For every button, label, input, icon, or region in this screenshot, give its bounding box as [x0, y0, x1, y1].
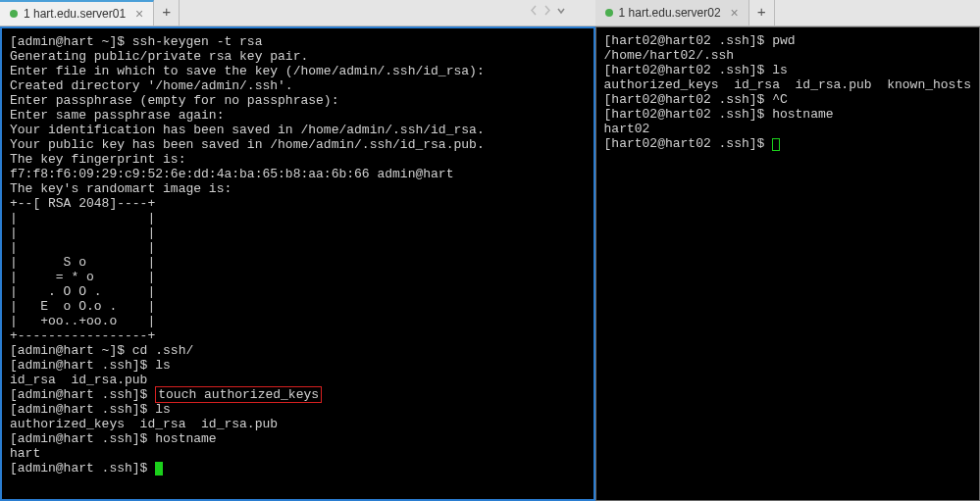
terminal-line: +-----------------+: [10, 328, 586, 343]
terminal-line: | = * o |: [10, 270, 586, 284]
highlighted-command: touch authorized_keys: [155, 386, 322, 403]
pane-server01: 1 hart.edu.server01 × + [admin@hart ~]$ …: [0, 0, 595, 501]
terminal-line: The key fingerprint is:: [10, 152, 586, 167]
terminal-line: [admin@hart ~]$ ssh-keygen -t rsa: [10, 34, 586, 49]
terminal-line: | |: [10, 211, 586, 225]
terminal-line: Your identification has been saved in /h…: [10, 123, 586, 137]
terminal-line: [admin@hart .ssh]$ ls: [10, 358, 586, 373]
terminal-line: [hart02@hart02 .ssh]$ pwd: [604, 33, 971, 48]
close-icon[interactable]: ×: [135, 7, 143, 22]
chevron-left-icon[interactable]: [529, 4, 539, 17]
terminal-line: [hart02@hart02 .ssh]$ hostname: [604, 107, 971, 122]
terminal-line: id_rsa id_rsa.pub: [10, 373, 586, 387]
terminal-line: [admin@hart .ssh]$: [10, 461, 586, 476]
terminal-line: The key's randomart image is:: [10, 181, 586, 196]
chevron-right-icon[interactable]: [542, 4, 552, 17]
terminal-line: | |: [10, 240, 586, 255]
cursor-icon: [772, 138, 780, 151]
terminal-line: [admin@hart .ssh]$ hostname: [10, 431, 586, 446]
terminal-line: hart02: [604, 122, 971, 136]
terminal-line: [hart02@hart02 .ssh]$ ls: [604, 63, 971, 77]
terminal-line: [admin@hart ~]$ cd .ssh/: [10, 343, 586, 358]
terminal-line: authorized_keys id_rsa id_rsa.pub: [10, 417, 586, 431]
terminal-line: /home/hart02/.ssh: [604, 48, 971, 63]
status-dot-icon: [605, 9, 613, 17]
terminal-line: | +oo..+oo.o |: [10, 314, 586, 328]
terminal-line: [admin@hart .ssh]$ touch authorized_keys: [10, 387, 586, 402]
terminal-line: Enter file in which to save the key (/ho…: [10, 64, 586, 78]
terminal-line: [hart02@hart02 .ssh]$ ^C: [604, 92, 971, 107]
terminal-line: | |: [10, 225, 586, 240]
cursor-icon: [155, 462, 163, 476]
close-icon[interactable]: ×: [731, 6, 739, 21]
tab-server01[interactable]: 1 hart.edu.server01 ×: [0, 0, 154, 25]
tabbar-right: 1 hart.edu.server02 × +: [595, 0, 980, 26]
pane-server02: 1 hart.edu.server02 × + [hart02@hart02 .…: [595, 0, 980, 501]
tabbar-left: 1 hart.edu.server01 × +: [0, 0, 595, 26]
terminal-line: Enter passphrase (empty for no passphras…: [10, 93, 586, 108]
tab-server02[interactable]: 1 hart.edu.server02 ×: [595, 0, 749, 25]
terminal-line: [hart02@hart02 .ssh]$: [604, 136, 971, 151]
new-tab-button[interactable]: +: [154, 0, 180, 25]
terminal-line: authorized_keys id_rsa id_rsa.pub known_…: [604, 77, 971, 92]
tab-nav-arrows: [529, 4, 566, 17]
terminal-line: | E o O.o . |: [10, 299, 586, 314]
terminal-line: | . O O . |: [10, 284, 586, 299]
split-container: 1 hart.edu.server01 × + [admin@hart ~]$ …: [0, 0, 980, 501]
terminal-server01[interactable]: [admin@hart ~]$ ssh-keygen -t rsaGenerat…: [0, 26, 595, 501]
dropdown-icon[interactable]: [556, 4, 566, 17]
terminal-line: Enter same passphrase again:: [10, 108, 586, 123]
terminal-server02[interactable]: [hart02@hart02 .ssh]$ pwd/home/hart02/.s…: [595, 26, 980, 501]
terminal-line: f7:f8:f6:09:29:c9:52:6e:dd:4a:ba:65:b8:a…: [10, 167, 586, 181]
terminal-line: Created directory '/home/admin/.ssh'.: [10, 78, 586, 93]
terminal-line: | S o |: [10, 255, 586, 270]
terminal-line: [admin@hart .ssh]$ ls: [10, 402, 586, 417]
status-dot-icon: [10, 10, 18, 18]
tab-label: 1 hart.edu.server01: [24, 7, 126, 22]
terminal-line: Generating public/private rsa key pair.: [10, 49, 586, 64]
new-tab-button[interactable]: +: [749, 0, 775, 25]
terminal-line: hart: [10, 446, 586, 461]
terminal-line: +--[ RSA 2048]----+: [10, 196, 586, 211]
terminal-line: Your public key has been saved in /home/…: [10, 137, 586, 152]
tab-label: 1 hart.edu.server02: [619, 6, 721, 21]
